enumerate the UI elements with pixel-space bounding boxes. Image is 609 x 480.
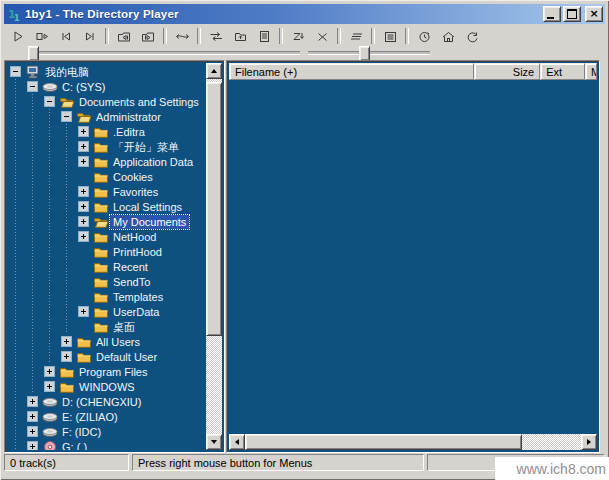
tree-item-label[interactable]: Default User — [93, 350, 160, 364]
tree-item-label[interactable]: .Editra — [110, 125, 148, 139]
column-header-size[interactable]: Size — [474, 63, 541, 80]
sort-button[interactable] — [286, 27, 310, 45]
tree-item-label[interactable]: Templates — [110, 290, 166, 304]
previous-folder-button[interactable] — [112, 27, 136, 45]
tree-item-label[interactable]: UserData — [110, 305, 162, 319]
resume-button[interactable] — [170, 27, 194, 45]
list-horizontal-scrollbar[interactable] — [229, 434, 597, 450]
next-track-button[interactable] — [78, 27, 102, 45]
expand-toggle[interactable] — [58, 349, 75, 364]
tree-item-label[interactable]: Recent — [110, 260, 151, 274]
tree-item-label[interactable]: C: (SYS) — [59, 80, 108, 94]
tree-item[interactable]: 桌面 — [7, 319, 206, 334]
expand-toggle[interactable] — [41, 364, 58, 379]
tree-item[interactable]: UserData — [7, 304, 206, 319]
tree-item-label[interactable]: Favorites — [110, 185, 161, 199]
scrollbar-thumb[interactable] — [206, 82, 222, 336]
tree-item-label[interactable]: Local Settings — [110, 200, 185, 214]
tree-item-label[interactable]: G: ( ) — [59, 440, 90, 451]
home-button[interactable] — [436, 27, 460, 45]
maximize-button[interactable] — [563, 6, 581, 22]
tree-item[interactable]: .Editra — [7, 124, 206, 139]
expand-toggle[interactable] — [24, 439, 41, 450]
tree-item[interactable]: Administrator — [7, 109, 206, 124]
tree-item[interactable]: 我的电脑 — [7, 64, 206, 79]
expand-toggle[interactable] — [24, 394, 41, 409]
title-bar[interactable]: 1 1 1by1 - The Directory Player × — [4, 4, 605, 24]
tree-item-label[interactable]: Administrator — [93, 110, 164, 124]
column-header-m[interactable]: M — [585, 63, 597, 80]
expand-toggle[interactable] — [58, 334, 75, 349]
expand-toggle[interactable] — [75, 154, 92, 169]
tree-item-label[interactable]: F: (IDC) — [59, 425, 104, 439]
seek-slider-handle[interactable] — [28, 46, 39, 61]
tree-item-label[interactable]: All Users — [93, 335, 143, 349]
file-list-body[interactable] — [229, 80, 597, 434]
tree-item[interactable]: Favorites — [7, 184, 206, 199]
tree-item[interactable]: Program Files — [7, 364, 206, 379]
tree-item[interactable]: All Users — [7, 334, 206, 349]
expand-toggle[interactable] — [75, 229, 92, 244]
tree-item-label[interactable]: NetHood — [110, 230, 159, 244]
expand-toggle[interactable] — [75, 124, 92, 139]
previous-track-button[interactable] — [54, 27, 78, 45]
tree-item[interactable]: Templates — [7, 289, 206, 304]
rescan-button[interactable] — [460, 27, 484, 45]
scrollbar-thumb[interactable] — [245, 434, 522, 450]
tree-item-label[interactable]: PrintHood — [110, 245, 165, 259]
seek-slider-rail[interactable] — [28, 51, 300, 55]
expand-toggle[interactable] — [41, 94, 58, 109]
tree-item-label[interactable]: D: (CHENGXIU) — [59, 395, 144, 409]
tree-item-label[interactable]: WINDOWS — [76, 380, 138, 394]
tree-item[interactable]: Recent — [7, 259, 206, 274]
expand-toggle[interactable] — [41, 379, 58, 394]
expand-toggle[interactable] — [75, 214, 92, 229]
parent-folder-button[interactable] — [228, 27, 252, 45]
tree-item[interactable]: WINDOWS — [7, 379, 206, 394]
tree-item[interactable]: NetHood — [7, 229, 206, 244]
expand-toggle[interactable] — [75, 199, 92, 214]
tree-item-label[interactable]: 「开始」菜单 — [110, 140, 182, 154]
playlist-button[interactable] — [378, 27, 402, 45]
close-button[interactable]: × — [585, 6, 603, 22]
file-info-button[interactable] — [252, 27, 276, 45]
expand-toggle[interactable] — [24, 409, 41, 424]
scroll-title-button[interactable] — [344, 27, 368, 45]
tree-item[interactable]: D: (CHENGXIU) — [7, 394, 206, 409]
expand-toggle[interactable] — [24, 79, 41, 94]
tree-vertical-scrollbar[interactable] — [206, 63, 222, 450]
scroll-right-button[interactable] — [581, 434, 597, 450]
tree-item[interactable]: C: (SYS) — [7, 79, 206, 94]
tree-item[interactable]: Local Settings — [7, 199, 206, 214]
tree-item[interactable]: Documents and Settings — [7, 94, 206, 109]
expand-toggle[interactable] — [75, 184, 92, 199]
tree-item[interactable]: E: (ZILIAO) — [7, 409, 206, 424]
tree-item-label[interactable]: 桌面 — [110, 320, 138, 334]
scroll-left-button[interactable] — [229, 434, 245, 450]
stop-button[interactable] — [30, 27, 54, 45]
expand-toggle[interactable] — [58, 109, 75, 124]
tree-item[interactable]: PrintHood — [7, 244, 206, 259]
seek-slider[interactable] — [28, 47, 300, 59]
tree-item-label[interactable]: 我的电脑 — [42, 65, 92, 79]
clear-button[interactable] — [310, 27, 334, 45]
expand-toggle[interactable] — [7, 64, 24, 79]
sleep-timer-button[interactable] — [412, 27, 436, 45]
tree-item-label[interactable]: Program Files — [76, 365, 150, 379]
play-button[interactable] — [6, 27, 30, 45]
column-header-filename[interactable]: Filename (+) — [229, 63, 474, 80]
tree-item[interactable]: My Documents — [7, 214, 206, 229]
expand-toggle[interactable] — [75, 139, 92, 154]
volume-slider[interactable] — [308, 47, 430, 59]
scroll-down-button[interactable] — [206, 434, 222, 450]
tree-item[interactable]: Cookies — [7, 169, 206, 184]
tree-item[interactable]: F: (IDC) — [7, 424, 206, 439]
tree-item-label[interactable]: Application Data — [110, 155, 196, 169]
tree-item[interactable]: SendTo — [7, 274, 206, 289]
tree-item[interactable]: Application Data — [7, 154, 206, 169]
expand-toggle[interactable] — [24, 424, 41, 439]
next-folder-button[interactable] — [136, 27, 160, 45]
minimize-button[interactable] — [543, 6, 561, 22]
tree-item-label[interactable]: Cookies — [110, 170, 156, 184]
tree-item[interactable]: 「开始」菜单 — [7, 139, 206, 154]
